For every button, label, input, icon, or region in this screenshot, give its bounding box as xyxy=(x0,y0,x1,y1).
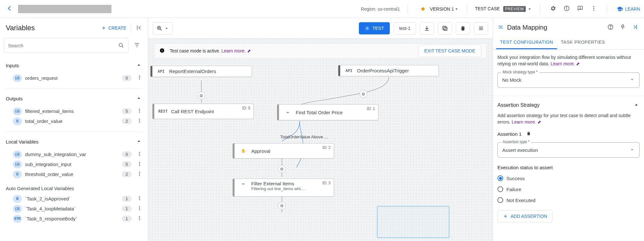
inputs-section-header[interactable]: Inputs xyxy=(0,57,148,72)
overflow-icon[interactable] xyxy=(135,75,144,81)
radio-success[interactable]: Success xyxy=(497,173,639,184)
download-icon[interactable] xyxy=(420,22,434,34)
radio-not-executed[interactable]: Not Executed xyxy=(497,195,639,206)
node-report-external-orders[interactable]: API ReportExternalOrders xyxy=(150,66,252,77)
test-name-chip[interactable]: test-1 xyxy=(394,22,416,34)
overflow-icon[interactable] xyxy=(135,108,144,114)
redacted-title xyxy=(18,5,111,13)
overflow-icon[interactable] xyxy=(135,196,144,202)
gear-icon[interactable]: ⚙ xyxy=(360,90,367,98)
svg-point-2 xyxy=(566,7,567,7)
type-pill: B xyxy=(13,195,22,203)
menu-icon[interactable] xyxy=(474,22,488,34)
back-button[interactable] xyxy=(4,3,15,15)
gear-icon[interactable]: ⚙ xyxy=(278,202,286,209)
zoom-dropdown[interactable] xyxy=(153,22,173,34)
overflow-icon[interactable] xyxy=(589,3,599,14)
radio-failure[interactable]: Failure xyxy=(497,184,639,195)
info-icon[interactable] xyxy=(562,3,572,14)
delete-assertion-icon[interactable] xyxy=(526,131,531,137)
search-input[interactable] xyxy=(8,43,118,48)
variable-row[interactable]: STR`Task_5_responseBody`1 xyxy=(3,214,145,224)
variable-count: 2 xyxy=(122,171,132,177)
overflow-icon[interactable] xyxy=(135,216,144,222)
svg-point-31 xyxy=(139,196,140,197)
variable-row[interactable]: {J}filtered_external_items5 xyxy=(3,106,145,116)
variable-row[interactable]: {J}`Task_4_loopMetadata`1 xyxy=(3,204,145,214)
variable-name: filtered_external_items xyxy=(25,108,74,114)
add-assertion-button[interactable]: ADD ASSERTION xyxy=(497,210,553,222)
test-button[interactable]: TEST xyxy=(359,22,390,34)
exit-test-mode-button[interactable]: EXIT TEST CASE MODE xyxy=(418,45,481,57)
gear-icon[interactable]: ⚙ xyxy=(197,92,205,99)
learn-button[interactable]: LEARN xyxy=(617,6,640,12)
variable-row[interactable]: {J}sub_integration_input5 xyxy=(3,159,145,169)
assertion-type-select[interactable]: Assertion type * Assert execution xyxy=(497,142,639,158)
help-icon[interactable] xyxy=(606,23,615,32)
variable-count: 1 xyxy=(122,206,132,212)
type-pill: {J} xyxy=(13,161,22,168)
variable-row[interactable]: Dtotal_order_value2 xyxy=(3,116,145,126)
feedback-icon[interactable] xyxy=(575,3,585,14)
pin-icon[interactable] xyxy=(618,23,627,32)
node-call-rest[interactable]: REST Call REST Endpoint ID: 5 xyxy=(152,104,254,119)
overflow-icon[interactable] xyxy=(135,118,144,124)
delete-icon[interactable] xyxy=(456,22,470,34)
mapping-icon: ↔ xyxy=(238,181,249,186)
settings-icon[interactable] xyxy=(548,3,558,14)
learn-more-link[interactable]: Learn more. ⬈ xyxy=(551,61,580,66)
variable-row[interactable]: B`Task_2_isApproved`1 xyxy=(3,194,145,204)
node-order-process-trigger[interactable]: API OrderProcessApiTrigger xyxy=(338,65,439,76)
plus-icon xyxy=(503,214,508,219)
chevron-up-icon xyxy=(136,138,142,145)
variable-name: dummy_sub_integration_var xyxy=(25,152,86,157)
variable-count: 0 xyxy=(122,75,132,81)
create-variable-button[interactable]: CREATE xyxy=(101,25,126,31)
collapse-panel-icon[interactable] xyxy=(131,24,142,32)
type-pill: {J} xyxy=(13,107,22,115)
copy-icon[interactable] xyxy=(438,22,452,34)
node-filter-external[interactable]: ID: 3 ↔ Filter External Items Filtering … xyxy=(233,179,334,197)
svg-point-27 xyxy=(139,165,140,166)
tab-test-configuration[interactable]: TEST CONFIGURATION xyxy=(496,36,557,49)
variable-row[interactable]: {J}dummy_sub_integration_var0 xyxy=(3,149,145,159)
overflow-icon[interactable] xyxy=(135,171,144,177)
test-case-dropdown[interactable]: TEST CASE PREVIEW xyxy=(475,6,532,12)
chevron-down-icon xyxy=(630,147,635,153)
variable-search[interactable] xyxy=(4,38,129,53)
chevron-up-icon xyxy=(136,62,142,69)
version-dropdown[interactable]: VERSION 1 xyxy=(430,6,459,12)
svg-point-8 xyxy=(119,43,122,47)
learn-more-link[interactable]: Learn more. ⬈ xyxy=(512,119,541,125)
radio-icon xyxy=(497,186,503,192)
svg-point-33 xyxy=(139,199,140,200)
variable-row[interactable]: {J}orders_request0 xyxy=(3,73,145,83)
variable-row[interactable]: Dthreshold_order_value2 xyxy=(3,169,145,179)
node-find-total-price[interactable]: ↔ Find Total Order Price ID: 1 xyxy=(277,104,379,120)
svg-point-21 xyxy=(139,122,140,123)
svg-point-7 xyxy=(593,10,594,11)
svg-point-38 xyxy=(139,218,140,219)
overflow-icon[interactable] xyxy=(135,206,144,212)
assertion-section-header[interactable]: Assertion Strategy xyxy=(497,102,639,109)
variable-name: `Task_4_loopMetadata` xyxy=(25,206,76,211)
svg-point-26 xyxy=(139,163,140,164)
canvas-area: TEST test-1 Test case mode is active. xyxy=(148,18,493,241)
overflow-icon[interactable] xyxy=(135,151,144,157)
flow-canvas[interactable]: Test case mode is active. Learn more. ⬈ … xyxy=(148,39,493,241)
node-approval[interactable]: ✋ Approval ID: 2 xyxy=(233,143,334,159)
overflow-icon[interactable] xyxy=(135,161,144,167)
svg-point-15 xyxy=(139,79,140,79)
tab-task-properties[interactable]: TASK PROPERTIES xyxy=(557,36,609,49)
locals-section-header[interactable]: Local Variables xyxy=(0,134,148,149)
expand-right-icon[interactable] xyxy=(630,23,639,32)
svg-point-22 xyxy=(139,152,140,153)
gear-icon[interactable]: ⚙ xyxy=(278,165,286,173)
mock-strategy-select[interactable]: Mock strategy type * No Mock xyxy=(497,72,639,88)
filter-icon[interactable] xyxy=(132,40,142,51)
learn-more-link[interactable]: Learn more. ⬈ xyxy=(221,48,251,53)
outputs-section-header[interactable]: Outputs xyxy=(0,90,148,106)
svg-point-20 xyxy=(139,120,140,121)
chevron-up-icon xyxy=(136,95,142,102)
svg-point-37 xyxy=(139,216,140,217)
